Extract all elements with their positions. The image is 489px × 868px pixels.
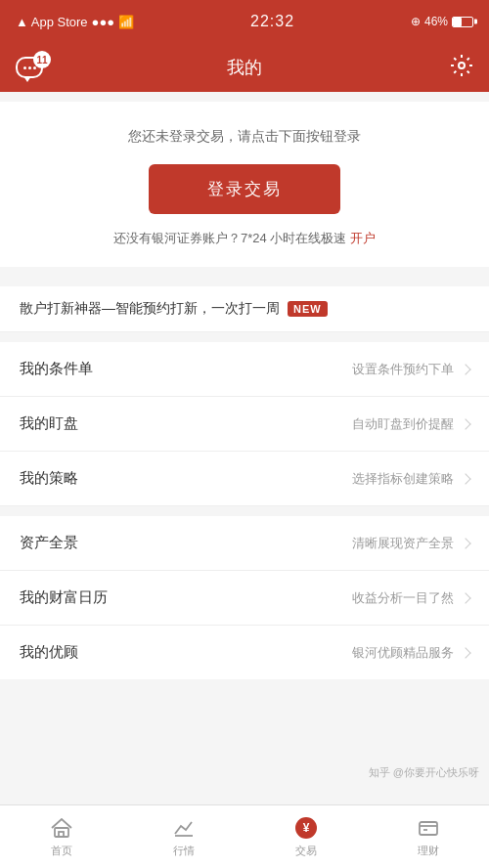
svg-point-0 xyxy=(459,63,465,68)
carrier-icon: ▲ App Store xyxy=(16,15,88,29)
register-text: 还没有银河证券账户？7*24 小时在线极速 xyxy=(113,231,346,245)
nav-finance[interactable]: 理财 xyxy=(367,816,489,858)
home-icon xyxy=(50,816,73,840)
nav-market-label: 行情 xyxy=(173,844,195,858)
menu-label: 我的策略 xyxy=(20,469,78,488)
menu-right: 清晰展现资产全景 xyxy=(352,535,469,552)
menu-item-conditions[interactable]: 我的条件单 设置条件预约下单 xyxy=(0,342,489,397)
watermark: 知乎 @你要开心快乐呀 xyxy=(369,765,479,780)
menu-item-wealth-calendar[interactable]: 我的财富日历 收益分析一目了然 xyxy=(0,571,489,626)
nav-trade[interactable]: ¥ 交易 xyxy=(244,816,367,858)
menu-right: 银河优顾精品服务 xyxy=(352,644,469,662)
svg-rect-2 xyxy=(59,832,64,837)
message-badge: 11 xyxy=(33,51,51,68)
menu-label: 资产全景 xyxy=(20,534,78,552)
svg-rect-6 xyxy=(420,822,437,835)
status-left: ▲ App Store ●●● 📶 xyxy=(16,15,134,29)
menu-desc: 设置条件预约下单 xyxy=(352,361,454,378)
chart-icon xyxy=(172,816,196,840)
chevron-right-icon xyxy=(460,647,470,658)
chevron-right-icon xyxy=(460,418,470,429)
login-card: 您还未登录交易，请点击下面按钮登录 登录交易 还没有银河证券账户？7*24 小时… xyxy=(0,102,489,267)
menu-right: 设置条件预约下单 xyxy=(352,361,469,378)
login-prompt: 您还未登录交易，请点击下面按钮登录 xyxy=(20,125,469,147)
menu-label: 我的优顾 xyxy=(20,643,78,662)
menu-label: 我的盯盘 xyxy=(20,414,78,433)
menu-item-watchlist[interactable]: 我的盯盘 自动盯盘到价提醒 xyxy=(0,397,489,452)
finance-icon xyxy=(417,816,440,840)
settings-button[interactable] xyxy=(450,54,473,81)
chevron-right-icon xyxy=(460,473,470,484)
menu-desc: 清晰展现资产全景 xyxy=(352,535,454,552)
wifi-icon: 📶 xyxy=(118,15,134,29)
header-left[interactable]: 11 xyxy=(16,57,43,78)
login-button[interactable]: 登录交易 xyxy=(149,164,340,214)
nav-finance-label: 理财 xyxy=(418,844,439,858)
promo-row[interactable]: 散户打新神器—智能预约打新，一次打一周 NEW xyxy=(0,286,489,332)
status-right: ⊕ 46% xyxy=(411,15,473,28)
nav-home-label: 首页 xyxy=(51,844,72,858)
menu-item-assets[interactable]: 资产全景 清晰展现资产全景 xyxy=(0,516,489,571)
menu-item-advisor[interactable]: 我的优顾 银河优顾精品服务 xyxy=(0,626,489,679)
battery-icon xyxy=(452,17,473,27)
menu-desc: 自动盯盘到价提醒 xyxy=(352,415,454,433)
menu-item-strategy[interactable]: 我的策略 选择指标创建策略 xyxy=(0,452,489,506)
menu-desc: 收益分析一目了然 xyxy=(352,589,454,607)
chevron-right-icon xyxy=(460,538,470,548)
menu-right: 自动盯盘到价提醒 xyxy=(352,415,469,433)
register-line: 还没有银河证券账户？7*24 小时在线极速 开户 xyxy=(20,230,469,247)
nav-market[interactable]: 行情 xyxy=(122,816,244,858)
gear-icon xyxy=(450,54,473,77)
promo-text: 散户打新神器—智能预约打新，一次打一周 xyxy=(20,300,280,318)
divider-1 xyxy=(0,267,489,277)
signal-icon: ●●● xyxy=(92,15,115,29)
menu-desc: 银河优顾精品服务 xyxy=(352,644,454,662)
nav-home[interactable]: 首页 xyxy=(0,816,122,858)
page-title: 我的 xyxy=(227,56,262,79)
status-bar: ▲ App Store ●●● 📶 22:32 ⊕ 46% xyxy=(0,0,489,43)
header: 11 我的 xyxy=(0,43,489,92)
battery-percent: 46% xyxy=(424,15,448,28)
menu-section: 散户打新神器—智能预约打新，一次打一周 NEW 我的条件单 设置条件预约下单 我… xyxy=(0,286,489,679)
bottom-nav: 首页 行情 ¥ 交易 理财 xyxy=(0,804,489,868)
divider-3 xyxy=(0,506,489,516)
menu-right: 收益分析一目了然 xyxy=(352,589,469,607)
nav-trade-label: 交易 xyxy=(295,844,317,858)
svg-text:¥: ¥ xyxy=(302,821,309,835)
gps-icon: ⊕ xyxy=(411,15,421,28)
menu-right: 选择指标创建策略 xyxy=(352,470,469,488)
status-time: 22:32 xyxy=(250,13,294,30)
divider-2 xyxy=(0,332,489,342)
menu-desc: 选择指标创建策略 xyxy=(352,470,454,488)
menu-label: 我的条件单 xyxy=(20,360,93,378)
chevron-right-icon xyxy=(460,364,470,374)
chevron-right-icon xyxy=(460,592,470,603)
message-icon[interactable]: 11 xyxy=(16,57,43,78)
trade-icon: ¥ xyxy=(294,816,318,840)
menu-label: 我的财富日历 xyxy=(20,588,108,607)
register-link[interactable]: 开户 xyxy=(350,231,376,245)
new-badge: NEW xyxy=(288,301,328,317)
